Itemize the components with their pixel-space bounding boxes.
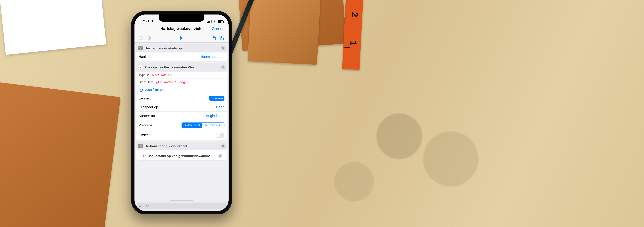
- desk-background: 2 1 17:21 ✈︎ Hartslag weekoverzicht Ge: [0, 0, 644, 227]
- ruler-prop: 2 1: [342, 0, 364, 70]
- iphone-frame: 17:21 ✈︎ Hartslag weekoverzicht Gereed: [131, 11, 232, 214]
- row-label: Eenheid: [138, 96, 151, 100]
- heart-icon: ♥: [138, 65, 143, 69]
- heart-icon: ♥: [141, 154, 146, 158]
- paper-prop: [0, 0, 106, 55]
- action-card-device-details[interactable]: Haal apparaatdetails op ✕ Haal op Naam a…: [136, 44, 227, 61]
- redo-button[interactable]: [146, 35, 152, 41]
- filter-conj: en: [168, 73, 172, 77]
- limit-switch[interactable]: [216, 133, 224, 138]
- repeat-icon: [138, 144, 143, 148]
- row-label: Groepeer op: [138, 105, 158, 109]
- leather-prop: [0, 81, 120, 227]
- filter-unit[interactable]: dagen: [180, 80, 188, 84]
- play-icon: [180, 36, 183, 40]
- wifi-icon: [213, 20, 216, 23]
- action-card-find-health[interactable]: ♥ Zoek gezondheidswaarden Waar ✕ Type is…: [136, 63, 227, 140]
- device-name-value[interactable]: Naam apparaat: [200, 55, 224, 59]
- toolbar: [134, 33, 228, 42]
- settings-toggle-button[interactable]: [220, 35, 225, 41]
- leather-prop: [248, 0, 320, 65]
- status-time: 17:21 ✈︎: [140, 19, 154, 23]
- action-title: Herhaal voor elk onderdeel: [144, 144, 187, 148]
- svg-rect-5: [223, 38, 224, 39]
- share-button[interactable]: [212, 35, 217, 41]
- filter-op[interactable]: is: [147, 73, 150, 77]
- action-card-repeat-each[interactable]: Herhaal voor elk onderdeel ✕ ♥ Haal deta…: [136, 142, 227, 160]
- ruler-mark: 2: [350, 12, 360, 17]
- sort-value[interactable]: Begindatum: [206, 114, 224, 118]
- order-segmented[interactable]: Oudste eerst Nieuwste eerst: [182, 122, 224, 128]
- plus-icon: +: [138, 88, 143, 92]
- delete-action-button[interactable]: ✕: [221, 144, 225, 148]
- group-value[interactable]: Geen: [216, 105, 224, 109]
- run-button[interactable]: [179, 35, 184, 41]
- delete-action-button[interactable]: ✕: [221, 46, 225, 50]
- unit-badge[interactable]: count/min: [209, 96, 224, 101]
- delete-action-button[interactable]: ✕: [221, 65, 225, 69]
- phone-screen: 17:21 ✈︎ Hartslag weekoverzicht Gereed: [134, 14, 228, 211]
- action-title: Zoek gezondheidswaarden Waar: [144, 65, 196, 69]
- search-input[interactable]: Zoek: [137, 203, 226, 209]
- add-filter-label: Voeg filter toe: [144, 88, 164, 92]
- search-placeholder: Zoek: [144, 204, 151, 208]
- notch: [159, 14, 204, 22]
- filter-value[interactable]: Heart Rate: [151, 73, 167, 77]
- row-label: Sorteer op: [138, 114, 155, 118]
- filter-op[interactable]: ligt in laatste 7: [155, 80, 176, 84]
- delete-action-button[interactable]: ✕: [218, 154, 222, 158]
- order-oldest[interactable]: Oudste eerst: [182, 123, 202, 128]
- svg-point-7: [140, 48, 141, 49]
- undo-button[interactable]: [138, 35, 143, 41]
- action-title: Haal apparaatdetails op: [144, 46, 182, 50]
- home-indicator[interactable]: [170, 200, 193, 201]
- shortcut-editor[interactable]: Haal apparaatdetails op ✕ Haal op Naam a…: [134, 42, 228, 211]
- add-filter-button[interactable]: + Voeg filter toe: [136, 86, 227, 94]
- order-newest[interactable]: Nieuwste eerst: [202, 123, 224, 128]
- page-title: Hartslag weekoverzicht: [160, 26, 203, 31]
- svg-rect-3: [220, 36, 222, 38]
- gear-icon: [138, 46, 143, 50]
- nested-action-card[interactable]: ♥ Haal details op van gezondheidswaarde …: [139, 152, 224, 160]
- row-label: Volgorde: [138, 123, 152, 127]
- ruler-mark: 1: [348, 40, 359, 46]
- search-bar-container: Zoek: [134, 201, 228, 211]
- filter-field[interactable]: Start Date: [138, 80, 154, 84]
- svg-point-6: [220, 38, 222, 40]
- row-label: Limiet: [138, 133, 148, 137]
- done-button[interactable]: Gereed: [212, 26, 224, 31]
- row-label: Haal op: [138, 55, 150, 59]
- battery-icon: [218, 20, 223, 23]
- search-icon: [139, 205, 142, 208]
- svg-point-8: [139, 205, 141, 207]
- nav-bar: Hartslag weekoverzicht Gereed: [134, 24, 228, 33]
- filter-field[interactable]: Type: [138, 73, 146, 77]
- cellular-icon: [207, 20, 212, 23]
- action-title: Haal details op van gezondheidswaarde: [148, 154, 210, 158]
- svg-point-4: [223, 36, 224, 38]
- svg-line-9: [141, 207, 142, 207]
